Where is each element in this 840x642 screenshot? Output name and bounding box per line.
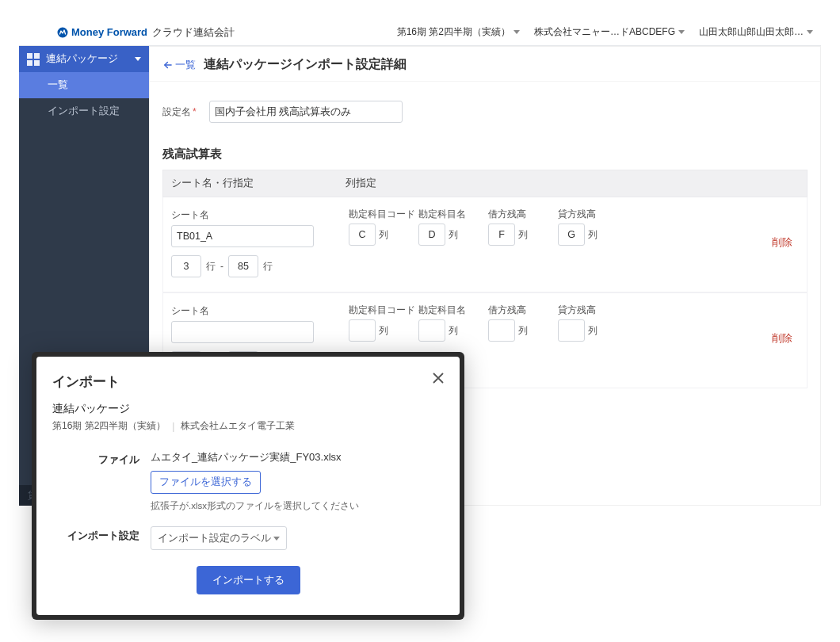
credit-input[interactable] [558, 319, 585, 342]
topbar: Money Forward クラウド連結会計 第16期 第2四半期（実績） 株式… [19, 19, 821, 46]
row-to-input[interactable] [228, 255, 258, 277]
account-name-label: 勘定科目名 [418, 304, 464, 316]
modal-period: 第16期 第2四半期（実績） [52, 419, 166, 433]
head-cols: 列指定 [346, 177, 376, 190]
account-code-input[interactable] [349, 319, 376, 342]
company-text: 株式会社マニャー…ドABCDEFG [534, 25, 675, 39]
account-code-input[interactable] [349, 224, 376, 246]
account-code-label: 勘定科目コード [349, 208, 395, 220]
debit-label: 借方残高 [488, 304, 534, 316]
submit-button[interactable]: インポートする [197, 566, 300, 594]
credit-label: 貸方残高 [558, 304, 604, 316]
table-header: シート名・行指定 列指定 [162, 170, 808, 197]
debit-label: 借方残高 [488, 208, 534, 220]
account-name-label: 勘定科目名 [418, 208, 464, 220]
account-name-input[interactable] [418, 224, 445, 246]
user-dropdown[interactable]: 山田太郎山郎山田太郎… [699, 25, 813, 39]
sheet-label: シート名 [171, 304, 333, 318]
company-dropdown[interactable]: 株式会社マニャー…ドABCDEFG [534, 25, 685, 39]
modal-title: インポート [52, 373, 444, 391]
brand-text: Money Forward [71, 26, 147, 38]
chevron-down-icon [135, 57, 141, 61]
setting-name-row: 設定名* [162, 101, 808, 123]
sidebar-item-import-settings[interactable]: インポート設定 [19, 98, 149, 124]
sidebar-item-list[interactable]: 一覧 [19, 72, 149, 98]
sidebar-item-label: インポート設定 [48, 105, 120, 117]
sidebar-header-label: 連結パッケージ [46, 52, 118, 66]
section-title: 残高試算表 [162, 147, 808, 162]
row-from-input[interactable] [171, 255, 201, 277]
credit-input[interactable] [558, 224, 585, 246]
product-name: クラウド連結会計 [152, 25, 235, 40]
chevron-down-icon [807, 30, 813, 34]
row-suffix: 行 [263, 260, 273, 273]
delete-row-button[interactable]: 削除 [772, 332, 799, 346]
page-title: 連結パッケージインポート設定詳細 [204, 56, 407, 73]
selected-filename: ムエタイ_連結パッケージ実績_FY03.xlsx [151, 450, 444, 464]
chevron-down-icon [273, 537, 280, 541]
import-setting-select[interactable]: インポート設定のラベル [151, 526, 287, 550]
sheet-name-input[interactable] [171, 321, 314, 343]
setting-name-label: 設定名* [162, 105, 197, 119]
import-modal: インポート 連結パッケージ 第16期 第2四半期（実績） | 株式会社ムエタイ電… [32, 352, 464, 620]
row-suffix: 行 [206, 260, 216, 273]
sheet-label: シート名 [171, 208, 333, 222]
credit-label: 貸方残高 [558, 208, 604, 220]
sidebar-item-label: 一覧 [48, 79, 68, 90]
modal-company: 株式会社ムエタイ電子工業 [181, 419, 295, 433]
setting-name-input[interactable] [209, 101, 403, 123]
account-name-input[interactable] [418, 319, 445, 342]
back-link[interactable]: 一覧 [162, 58, 196, 72]
package-icon [27, 53, 40, 66]
chevron-down-icon [678, 30, 685, 34]
file-label: ファイル [52, 450, 139, 467]
delete-row-button[interactable]: 削除 [772, 236, 799, 250]
back-label: 一覧 [175, 58, 196, 72]
sheet-name-input[interactable] [171, 225, 314, 247]
debit-input[interactable] [488, 319, 515, 342]
modal-subtitle: 連結パッケージ [52, 402, 444, 416]
debit-input[interactable] [488, 224, 515, 246]
file-hint: 拡張子が.xlsx形式のファイルを選択してください [151, 500, 444, 512]
app-logo: Money Forward クラウド連結会計 [57, 25, 235, 40]
chevron-down-icon [514, 30, 520, 34]
period-dropdown[interactable]: 第16期 第2四半期（実績） [397, 25, 520, 39]
head-sheet-rows: シート名・行指定 [171, 177, 346, 190]
user-text: 山田太郎山郎山田太郎… [699, 25, 804, 39]
account-code-label: 勘定科目コード [349, 304, 395, 316]
close-button[interactable] [430, 369, 447, 387]
select-value: インポート設定のラベル [158, 532, 271, 545]
choose-file-button[interactable]: ファイルを選択する [151, 471, 261, 494]
sidebar-header[interactable]: 連結パッケージ [19, 46, 149, 72]
import-setting-label: インポート設定 [52, 526, 139, 543]
period-text: 第16期 第2四半期（実績） [397, 25, 510, 39]
page-header: 一覧 連結パッケージインポート設定詳細 [150, 47, 820, 82]
table-row: シート名 行 - 行 勘定科目コード 列 勘定科目名 列 [162, 197, 808, 292]
